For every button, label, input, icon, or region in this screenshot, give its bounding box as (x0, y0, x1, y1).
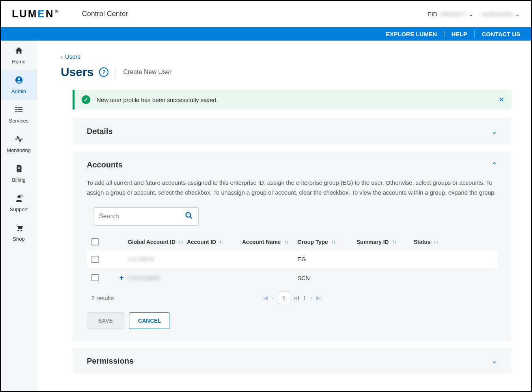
sidebar-item-label: Support (10, 206, 28, 212)
eid-selector[interactable]: EID 18042377 ⌄ (427, 11, 474, 18)
search-input[interactable] (99, 213, 185, 220)
column-account-name[interactable]: Account Name↑↓ (242, 238, 297, 245)
divider (116, 67, 116, 77)
next-page-icon[interactable]: › (310, 295, 312, 301)
last-page-icon[interactable]: ▶| (316, 295, 322, 301)
chevron-down-icon: ⌄ (491, 357, 497, 365)
cell-group-type: EG (297, 256, 357, 262)
cart-icon (15, 223, 23, 234)
home-icon (15, 46, 23, 57)
results-count: 2 results (91, 295, 114, 301)
sidebar-item-services[interactable]: Services (1, 100, 37, 129)
nav-explore[interactable]: EXPLORE LUMEN (386, 31, 437, 37)
search-box[interactable] (93, 207, 199, 226)
nav-contact[interactable]: CONTACT US (482, 31, 520, 37)
sidebar-item-label: Monitoring (7, 147, 31, 153)
column-account-id[interactable]: Account ID↑↓ (187, 238, 242, 245)
svg-point-4 (15, 109, 17, 110)
alert-message: New user profile has been successfully s… (97, 97, 218, 103)
sidebar-item-support[interactable]: Support (1, 188, 37, 218)
expand-icon[interactable]: + (119, 274, 124, 282)
logo-n: N (46, 8, 54, 20)
page-title: Users (61, 65, 93, 79)
user-selector[interactable]: markoselski ⌄ (482, 11, 520, 18)
svg-point-1 (18, 78, 20, 80)
sort-icon: ↑↓ (219, 239, 224, 245)
table-row: 11179076 EG (87, 250, 497, 268)
divider (444, 30, 444, 37)
close-icon[interactable]: ✕ (498, 95, 504, 104)
sidebar-item-admin[interactable]: Admin (1, 70, 37, 100)
chevron-up-icon: ⌃ (491, 161, 497, 169)
gear-user-icon (15, 194, 23, 205)
accounts-table: Global Account ID↑↓ Account ID↑↓ Account… (87, 234, 497, 288)
activity-icon (15, 135, 23, 146)
page-of-label: of (294, 295, 299, 301)
breadcrumb-label: Users (65, 53, 80, 60)
create-new-user-link[interactable]: Create New User (123, 69, 172, 76)
chevron-down-icon: ⌄ (469, 11, 474, 18)
prev-page-icon[interactable]: ‹ (272, 295, 274, 301)
table-row: + 2-GCCMRG SCN (87, 268, 497, 288)
divider (474, 30, 475, 37)
logo-reg: ® (55, 9, 59, 14)
svg-point-2 (15, 107, 17, 108)
svg-line-14 (190, 216, 192, 218)
sidebar-item-shop[interactable]: Shop (1, 218, 37, 247)
search-icon[interactable] (185, 212, 193, 221)
page-total: 1 (303, 295, 306, 301)
permissions-panel-header[interactable]: Permissions ⌄ (73, 348, 511, 374)
svg-rect-7 (17, 111, 22, 112)
sort-icon: ↑↓ (392, 239, 397, 245)
column-status[interactable]: Status↑↓ (414, 238, 453, 245)
help-icon[interactable]: ? (99, 67, 108, 77)
sidebar-item-label: Services (9, 118, 29, 124)
sidebar-item-label: Admin (11, 88, 26, 94)
success-alert: ✓ New user profile has been successfully… (73, 90, 511, 110)
svg-point-6 (15, 111, 17, 113)
svg-point-11 (17, 230, 19, 232)
document-icon (15, 164, 23, 175)
sidebar-item-home[interactable]: Home (1, 41, 37, 70)
column-global-account-id[interactable]: Global Account ID↑↓ (128, 238, 187, 245)
chevron-left-icon: ‹ (61, 53, 63, 60)
cancel-button[interactable]: CANCEL (129, 312, 170, 329)
column-summary-id[interactable]: Summary ID↑↓ (357, 238, 414, 245)
panel-title: Details (87, 127, 113, 136)
breadcrumb[interactable]: ‹ Users (61, 53, 511, 60)
chevron-down-icon: ⌄ (491, 127, 497, 136)
sort-icon: ↑↓ (331, 239, 336, 245)
row-checkbox[interactable] (91, 274, 99, 281)
sort-icon: ↑↓ (434, 239, 439, 245)
pagination: 2 results |◀ ‹ of 1 › ▶| (87, 288, 497, 301)
svg-rect-5 (17, 109, 22, 110)
cell-group-type: SCN (297, 275, 357, 281)
topbar: LUM E N ® Control Center EID 18042377 ⌄ … (1, 1, 531, 27)
details-panel-header[interactable]: Details ⌄ (73, 118, 511, 145)
table-header: Global Account ID↑↓ Account ID↑↓ Account… (87, 234, 497, 250)
sidebar: Home Admin Services Monitoring (1, 41, 37, 391)
page-input[interactable] (278, 292, 290, 304)
logo[interactable]: LUM E N ® (12, 8, 59, 20)
nav-help[interactable]: HELP (452, 31, 467, 37)
column-group-type[interactable]: Group Type↑↓ (297, 238, 357, 245)
row-checkbox[interactable] (91, 256, 99, 263)
user-icon (15, 76, 23, 87)
panel-title: Accounts (87, 160, 123, 169)
chevron-down-icon: ⌄ (515, 11, 520, 18)
sort-icon: ↑↓ (284, 239, 289, 245)
save-button[interactable]: SAVE (87, 312, 124, 329)
logo-e: E (37, 8, 45, 20)
first-page-icon[interactable]: |◀ (262, 295, 268, 301)
sidebar-item-billing[interactable]: Billing (1, 159, 37, 188)
svg-point-12 (20, 230, 22, 232)
cell-global-account-id: 11179076 (128, 256, 187, 262)
sidebar-item-monitoring[interactable]: Monitoring (1, 129, 37, 159)
accounts-panel-header[interactable]: Accounts ⌃ (73, 152, 511, 178)
sidebar-item-label: Home (12, 59, 26, 65)
select-all-checkbox[interactable] (91, 238, 99, 245)
svg-point-13 (186, 212, 191, 217)
details-panel: Details ⌄ (73, 118, 511, 145)
panel-title: Permissions (87, 357, 134, 366)
svg-rect-3 (17, 107, 22, 108)
